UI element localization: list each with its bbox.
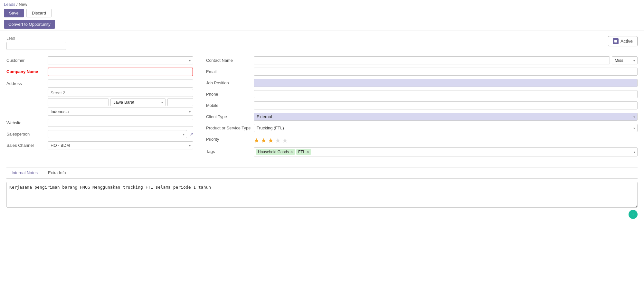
address-block: Jl.BSD Tangerang Jawa Barat ▾ 12345	[48, 80, 193, 116]
country-wrapper: Indonesia ▾	[48, 108, 193, 116]
mobile-row: Mobile +62 812-3456-789	[206, 101, 638, 109]
toolbar-buttons: Save Discard	[4, 9, 640, 17]
tags-dropdown-arrow[interactable]: ▾	[634, 150, 635, 154]
job-position-field: Marketing Officer	[254, 79, 638, 87]
company-name-field: 8Village	[48, 68, 193, 76]
website-row: Website www.8village.com	[6, 119, 193, 127]
state-wrapper: Jawa Barat ▾	[110, 98, 166, 106]
street1-input[interactable]: Jl.BSD	[48, 80, 193, 88]
contact-name-field: Lisa Miss ▾	[254, 56, 638, 64]
website-label: Website	[6, 119, 45, 125]
product-service-label: Product or Service Type	[206, 124, 251, 131]
job-position-input[interactable]: Marketing Officer	[254, 79, 638, 87]
country-select[interactable]: Indonesia	[48, 108, 193, 116]
phone-field: +62 361 264793	[254, 90, 638, 98]
priority-stars[interactable]: ★ ★ ★ ★ ★	[254, 135, 638, 144]
tag-household-goods: Household Goods ✕	[256, 149, 295, 155]
city-input[interactable]: Tangerang	[48, 98, 109, 106]
tabs-section: Internal Notes Extra Info Kerjasama peng…	[6, 167, 638, 222]
address-label: Address	[6, 80, 45, 86]
salesperson-input[interactable]: Demo User 1	[48, 130, 187, 138]
client-type-field: External ▾	[254, 113, 638, 121]
company-name-row: Company Name 8Village	[6, 68, 193, 76]
customer-label: Customer	[6, 56, 45, 63]
customer-field: 8Village ▾	[48, 56, 193, 64]
priority-label: Priority	[206, 135, 251, 142]
sales-channel-field: HO - BDM ▾	[48, 141, 193, 149]
customer-input[interactable]: 8Village	[48, 56, 193, 64]
contact-name-row: Contact Name Lisa Miss ▾	[206, 56, 638, 64]
website-field: www.8village.com	[48, 119, 193, 127]
email-field-wrapper: lisa@email.com	[254, 68, 638, 76]
form-body: Customer 8Village ▾ Company Name 8Villag…	[6, 56, 638, 160]
breadcrumb: Leads / New	[4, 2, 640, 7]
email-label: Email	[206, 68, 251, 74]
tab-extra-info[interactable]: Extra Info	[43, 168, 71, 178]
website-input[interactable]: www.8village.com	[48, 119, 193, 127]
client-type-select[interactable]: External	[254, 113, 638, 121]
tags-field-wrapper: Household Goods ✕ FTL ✕ ▾	[254, 147, 638, 156]
company-name-input[interactable]: 8Village	[48, 68, 193, 76]
notes-footer: ↑	[6, 209, 638, 219]
phone-row: Phone +62 361 264793	[206, 90, 638, 98]
mobile-field: +62 812-3456-789	[254, 101, 638, 109]
city-state-zip: Tangerang Jawa Barat ▾ 12345	[48, 98, 193, 106]
priority-field: ★ ★ ★ ★ ★	[254, 135, 638, 144]
tab-internal-notes[interactable]: Internal Notes	[6, 168, 43, 178]
internal-notes-textarea[interactable]: Kerjasama pengiriman barang FMCG Menggun…	[6, 182, 638, 208]
tab-bar: Internal Notes Extra Info	[6, 168, 638, 179]
product-service-select[interactable]: Trucking (FTL)	[254, 124, 638, 132]
sales-channel-select[interactable]: HO - BDM	[48, 141, 193, 149]
salesperson-external-link-icon[interactable]: ↗	[190, 132, 193, 136]
address-row: Address Jl.BSD Tangerang Jawa Barat ▾ 12…	[6, 80, 193, 116]
star-2[interactable]: ★	[261, 136, 267, 144]
contact-name-label: Contact Name	[206, 56, 251, 63]
contact-title-select[interactable]: Miss	[612, 56, 638, 64]
tag-household-goods-remove[interactable]: ✕	[290, 150, 293, 154]
mobile-input[interactable]: +62 812-3456-789	[254, 101, 638, 109]
priority-row: Priority ★ ★ ★ ★ ★	[206, 135, 638, 144]
tags-row: Tags Household Goods ✕ FTL ✕ ▾	[206, 147, 638, 156]
product-service-field: Trucking (FTL) ▾	[254, 124, 638, 132]
form-right: Contact Name Lisa Miss ▾ Email	[206, 56, 638, 160]
breadcrumb-current: New	[19, 2, 27, 7]
star-5[interactable]: ★	[282, 136, 288, 144]
state-select[interactable]: Jawa Barat	[110, 98, 166, 106]
zip-input[interactable]: 12345	[167, 98, 193, 106]
breadcrumb-leads[interactable]: Leads	[4, 2, 15, 7]
tags-field[interactable]: Household Goods ✕ FTL ✕ ▾	[254, 147, 638, 156]
star-4[interactable]: ★	[275, 136, 281, 144]
convert-row: Convert to Opportunity	[4, 20, 640, 29]
convert-to-opportunity-button[interactable]: Convert to Opportunity	[4, 20, 55, 29]
lead-title-section: Lead FMCG 2020	[6, 36, 66, 50]
salesperson-field: Demo User 1 ▾	[48, 130, 187, 138]
star-1[interactable]: ★	[254, 136, 260, 144]
contact-first-name-input[interactable]: Lisa	[254, 56, 610, 64]
email-input[interactable]: lisa@email.com	[254, 68, 638, 76]
discard-button[interactable]: Discard	[26, 9, 52, 17]
lead-title-input[interactable]: FMCG 2020	[6, 42, 66, 50]
star-3[interactable]: ★	[268, 136, 274, 144]
tag-ftl-remove[interactable]: ✕	[306, 150, 309, 154]
street2-input[interactable]	[48, 89, 193, 97]
product-service-row: Product or Service Type Trucking (FTL) ▾	[206, 124, 638, 132]
customer-row: Customer 8Village ▾	[6, 56, 193, 64]
breadcrumb-separator: /	[16, 2, 18, 7]
active-icon	[613, 38, 619, 44]
contact-name-inputs: Lisa Miss ▾	[254, 56, 638, 64]
tab-content-internal-notes: Kerjasama pengiriman barang FMCG Menggun…	[6, 179, 638, 222]
form-left: Customer 8Village ▾ Company Name 8Villag…	[6, 56, 193, 160]
client-type-row: Client Type External ▾	[206, 113, 638, 121]
active-badge[interactable]: Active	[608, 36, 638, 46]
lead-label: Lead	[6, 36, 66, 41]
active-label: Active	[620, 39, 633, 44]
job-position-label: Job Position	[206, 79, 251, 85]
job-position-row: Job Position Marketing Officer	[206, 79, 638, 87]
send-button[interactable]: ↑	[629, 210, 638, 219]
phone-input[interactable]: +62 361 264793	[254, 90, 638, 98]
form-header: Lead FMCG 2020 Active	[6, 36, 638, 50]
client-type-label: Client Type	[206, 113, 251, 119]
main-form: Lead FMCG 2020 Active Customer 8Village …	[0, 31, 644, 282]
tag-ftl-label: FTL	[298, 150, 305, 154]
save-button[interactable]: Save	[4, 9, 24, 17]
